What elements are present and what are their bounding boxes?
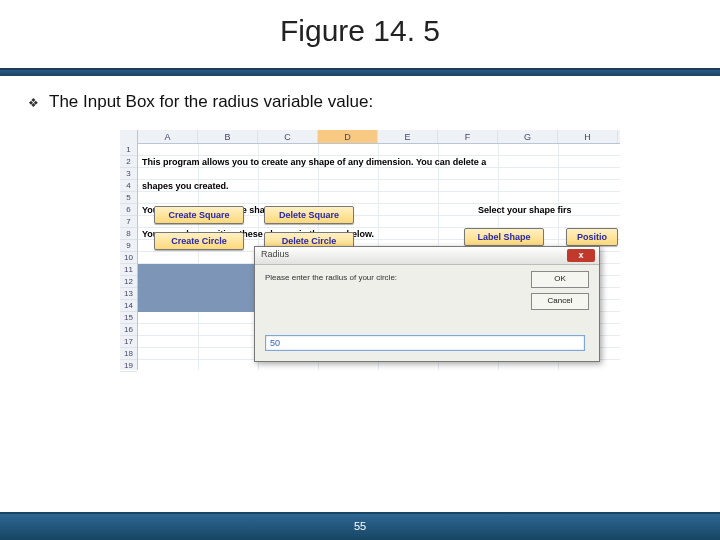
radius-text-input[interactable] [265,335,585,351]
create-square-button[interactable]: Create Square [154,206,244,224]
slide-title: Figure 14. 5 [0,14,720,48]
column-headers: A B C D E F G H [120,130,620,144]
row-7[interactable]: 7 [120,216,137,228]
row-11[interactable]: 11 [120,264,137,276]
col-C[interactable]: C [258,130,318,143]
spreadsheet: A B C D E F G H 1 2 3 4 5 6 7 8 9 10 11 … [120,130,620,370]
row-6[interactable]: 6 [120,204,137,216]
col-H[interactable]: H [558,130,618,143]
row-3[interactable]: 3 [120,168,137,180]
select-shape-label: Select your shape firs [478,202,628,220]
slide-footer: 55 [0,512,720,540]
col-B[interactable]: B [198,130,258,143]
col-F[interactable]: F [438,130,498,143]
row-headers: 1 2 3 4 5 6 7 8 9 10 11 12 13 14 15 16 1… [120,144,138,370]
create-circle-button[interactable]: Create Circle [154,232,244,250]
row-15[interactable]: 15 [120,312,137,324]
radius-input-dialog: Radius x Please enter the radius of your… [254,246,600,362]
row-12[interactable]: 12 [120,276,137,288]
col-D[interactable]: D [318,130,378,143]
row-17[interactable]: 17 [120,336,137,348]
row-16[interactable]: 16 [120,324,137,336]
row-5[interactable]: 5 [120,192,137,204]
close-icon[interactable]: x [567,249,595,262]
dialog-prompt: Please enter the radius of your circle: [265,273,397,282]
row-9[interactable]: 9 [120,240,137,252]
col-E[interactable]: E [378,130,438,143]
slide-title-bar: Figure 14. 5 [0,0,720,70]
label-shape-button[interactable]: Label Shape [464,228,544,246]
range-selection [138,264,254,312]
position-button[interactable]: Positio [566,228,618,246]
excel-screenshot: A B C D E F G H 1 2 3 4 5 6 7 8 9 10 11 … [120,130,620,370]
row-4[interactable]: 4 [120,180,137,192]
row-8[interactable]: 8 [120,228,137,240]
col-G[interactable]: G [498,130,558,143]
row-18[interactable]: 18 [120,348,137,360]
col-A[interactable]: A [138,130,198,143]
row-13[interactable]: 13 [120,288,137,300]
bullet-icon: ❖ [28,92,39,114]
bullet-item: ❖ The Input Box for the radius variable … [28,92,692,114]
dialog-title: Radius [261,249,289,259]
row-14[interactable]: 14 [120,300,137,312]
header-corner [120,130,138,144]
row-2[interactable]: 2 [120,156,137,168]
bullet-text: The Input Box for the radius variable va… [49,92,373,112]
ok-button[interactable]: OK [531,271,589,288]
row-19[interactable]: 19 [120,360,137,372]
content-area: ❖ The Input Box for the radius variable … [0,76,720,130]
row-1[interactable]: 1 [120,144,137,156]
row-10[interactable]: 10 [120,252,137,264]
page-number: 55 [354,520,366,532]
cancel-button[interactable]: Cancel [531,293,589,310]
dialog-titlebar[interactable]: Radius x [255,247,599,265]
delete-square-button[interactable]: Delete Square [264,206,354,224]
dialog-body: Please enter the radius of your circle: … [255,265,599,361]
